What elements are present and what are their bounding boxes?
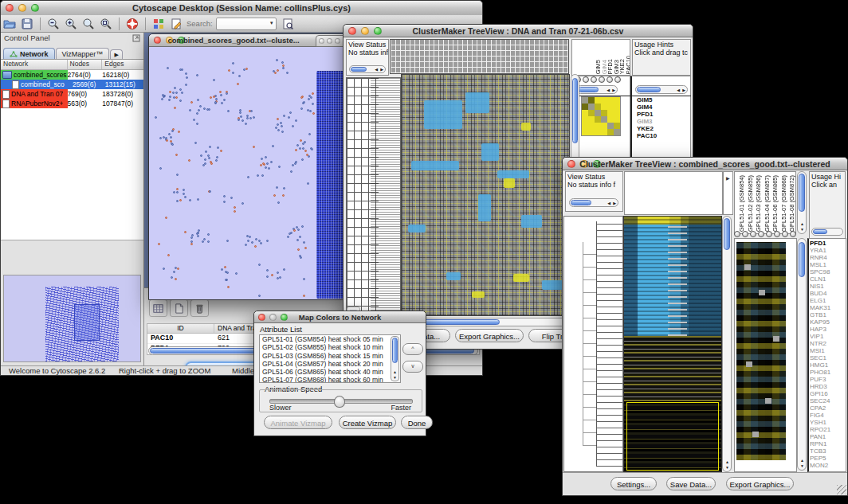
zoom-tool-icon[interactable] — [790, 231, 796, 237]
network-table-header[interactable]: Network Nodes Edges — [1, 60, 143, 70]
move-up-button[interactable]: ^ — [402, 343, 423, 355]
network-node[interactable] — [300, 107, 303, 110]
network-node[interactable] — [227, 286, 230, 288]
splitter[interactable]: ▶ — [723, 171, 733, 215]
network-node[interactable] — [277, 123, 279, 126]
network-node[interactable] — [304, 150, 307, 152]
network-node[interactable] — [295, 119, 297, 122]
row-dendrogram[interactable] — [346, 77, 401, 316]
network-node[interactable] — [277, 272, 279, 274]
network-node[interactable] — [175, 278, 177, 280]
network-node[interactable] — [295, 149, 297, 151]
zoom-button[interactable] — [335, 38, 340, 44]
network-node[interactable] — [303, 241, 305, 244]
network-node[interactable] — [249, 236, 251, 238]
zoom-tool-icon[interactable] — [583, 76, 589, 83]
network-node[interactable] — [308, 133, 311, 135]
network-node[interactable] — [265, 166, 267, 169]
network-node[interactable] — [232, 62, 234, 64]
network-node[interactable] — [258, 295, 261, 297]
network-node[interactable] — [251, 241, 253, 244]
network-node[interactable] — [265, 156, 267, 158]
attribute-item[interactable]: GPL51-06 (GSM865) heat shock 40 min — [260, 368, 400, 376]
network-node[interactable] — [247, 176, 249, 178]
network-node[interactable] — [228, 69, 230, 72]
network-node[interactable] — [239, 109, 241, 111]
network-node[interactable] — [310, 96, 312, 99]
network-node[interactable] — [170, 136, 172, 139]
network-node[interactable] — [179, 199, 182, 201]
network-node[interactable] — [281, 61, 284, 64]
network-node[interactable] — [266, 162, 269, 165]
network-node[interactable] — [281, 131, 284, 133]
network-node[interactable] — [300, 96, 303, 99]
network-node[interactable] — [190, 243, 193, 245]
network-node[interactable] — [223, 195, 226, 197]
network-node[interactable] — [223, 201, 226, 203]
network-node[interactable] — [176, 174, 179, 176]
network-node[interactable] — [190, 101, 193, 104]
attribute-list[interactable]: GPL51-01 (GSM854) heat shock 05 minGPL51… — [259, 334, 401, 383]
network-node[interactable] — [179, 88, 182, 91]
network-node[interactable] — [301, 225, 304, 228]
network-node[interactable] — [179, 100, 182, 102]
network-node[interactable] — [161, 98, 163, 100]
network-node[interactable] — [239, 111, 241, 114]
network-node[interactable] — [283, 115, 285, 117]
network-node[interactable] — [208, 108, 210, 111]
network-node[interactable] — [183, 189, 185, 191]
zoom-heatmap[interactable] — [736, 242, 786, 460]
network-node[interactable] — [166, 139, 168, 142]
attribute-item[interactable]: GPL51-03 (GSM856) heat shock 15 min — [260, 352, 400, 360]
network-node[interactable] — [200, 154, 202, 157]
network-node[interactable] — [178, 131, 180, 133]
tab-vizmapper[interactable]: VizMapper™ — [56, 48, 110, 59]
network-node[interactable] — [197, 99, 199, 101]
network-node[interactable] — [221, 102, 223, 104]
done-button[interactable]: Done — [401, 416, 433, 429]
network-node[interactable] — [168, 99, 171, 101]
network-node[interactable] — [311, 148, 313, 150]
network-node[interactable] — [238, 119, 240, 121]
dialog-titlebar[interactable]: Map Colors to Network — [254, 311, 426, 323]
network-node[interactable] — [188, 159, 190, 162]
network-node[interactable] — [253, 116, 255, 119]
network-node[interactable] — [289, 111, 292, 114]
main-titlebar[interactable]: Cytoscape Desktop (Session Name: collins… — [1, 1, 482, 16]
network-node[interactable] — [260, 242, 262, 244]
network-node[interactable] — [225, 279, 227, 281]
network-node[interactable] — [304, 141, 306, 143]
create-vizmap-button[interactable]: Create Vizmap — [339, 416, 396, 429]
col-nodes[interactable]: Nodes — [68, 60, 103, 69]
minimize-button[interactable] — [327, 38, 332, 44]
network-node[interactable] — [245, 68, 248, 70]
column-dendrogram[interactable] — [390, 39, 569, 74]
network-node[interactable] — [209, 146, 211, 148]
network-node[interactable] — [173, 96, 175, 99]
network-node[interactable] — [198, 109, 200, 111]
network-node[interactable] — [246, 115, 249, 117]
viewport-rectangle[interactable] — [74, 304, 100, 341]
network-node[interactable] — [191, 234, 194, 236]
network-node[interactable] — [302, 143, 304, 145]
network-node[interactable] — [299, 236, 301, 238]
network-node[interactable] — [302, 147, 304, 150]
network-node[interactable] — [282, 67, 285, 69]
network-node[interactable] — [253, 146, 255, 148]
network-node[interactable] — [213, 79, 215, 81]
network-node[interactable] — [230, 197, 233, 199]
network-node[interactable] — [176, 188, 179, 190]
network-node[interactable] — [171, 276, 173, 279]
selection-rectangle[interactable] — [626, 402, 719, 471]
network-node[interactable] — [246, 235, 249, 237]
network-node[interactable] — [287, 236, 289, 238]
network-node[interactable] — [197, 235, 199, 237]
network-list-row[interactable]: RNAPuberNov2+563(0)107847(0) — [1, 99, 143, 108]
zoom-tool-icon[interactable] — [782, 231, 788, 237]
network-node[interactable] — [227, 110, 230, 112]
network-node[interactable] — [173, 271, 175, 273]
network-overview-button[interactable] — [280, 17, 296, 31]
network-node[interactable] — [219, 91, 222, 93]
network-node[interactable] — [168, 133, 171, 135]
network-node[interactable] — [266, 240, 269, 242]
